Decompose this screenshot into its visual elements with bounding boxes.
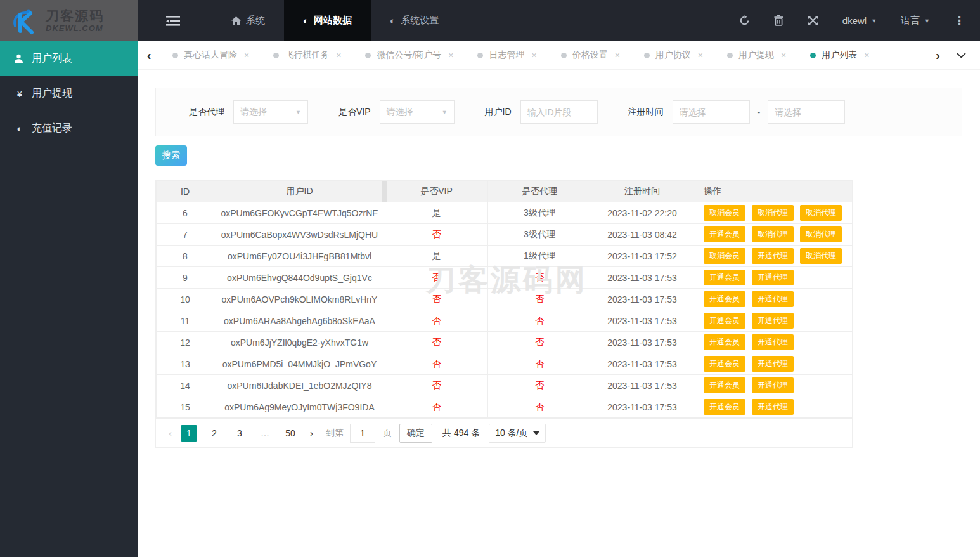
sidebar-item-label: 充值记录	[32, 122, 72, 135]
enable-member-button[interactable]: 开通会员	[704, 356, 745, 372]
tab-6[interactable]: 用户协议×	[632, 49, 715, 61]
cancel-agent-button[interactable]: 取消代理	[752, 205, 794, 221]
enable-member-button[interactable]: 开通会员	[704, 291, 745, 307]
cancel-agent-button[interactable]: 取消代理	[800, 205, 842, 221]
tab-4[interactable]: 日志管理×	[465, 49, 548, 61]
enable-agent-button[interactable]: 开通代理	[752, 313, 794, 329]
tabs-scroll-left-icon[interactable]: ‹	[138, 48, 160, 63]
confirm-page-button[interactable]: 确定	[399, 424, 432, 443]
filter-vip: 是否VIP 请选择 ▼	[338, 100, 455, 124]
enable-agent-button[interactable]: 开通代理	[752, 377, 794, 393]
regtime-start-input[interactable]	[673, 100, 750, 124]
fullscreen-icon[interactable]	[808, 15, 818, 26]
table-row: 11oxPUm6ARAa8AhgehAg6b8oSkEAaA否否2023-11-…	[157, 310, 853, 332]
menu-fold-icon[interactable]	[155, 0, 191, 41]
nav-item-2[interactable]: ◐网站数据	[284, 0, 371, 41]
cancel-agent-button[interactable]: 取消代理	[800, 226, 842, 242]
language-menu[interactable]: 语言 ▼	[901, 15, 930, 27]
tab-close-icon[interactable]: ×	[336, 50, 341, 60]
tab-1[interactable]: 真心话大冒险×	[160, 49, 261, 61]
prev-page-icon[interactable]: ‹	[169, 428, 172, 438]
tab-2[interactable]: 飞行棋任务×	[261, 49, 353, 61]
cell-actions: 开通会员开通代理	[693, 267, 853, 289]
filter-userid: 用户ID	[485, 100, 598, 124]
tab-3[interactable]: 微信公号/商户号×	[353, 49, 465, 61]
tab-close-icon[interactable]: ×	[615, 50, 620, 60]
enable-agent-button[interactable]: 开通代理	[752, 356, 794, 372]
enable-agent-button[interactable]: 开通代理	[752, 399, 794, 415]
column-resize-grip[interactable]	[382, 181, 387, 202]
tab-5[interactable]: 价格设置×	[549, 49, 632, 61]
cell-agent: 否	[488, 353, 591, 375]
cell-userid: oxPUm6Ey0ZOU4i3JHFgBB81Mtbvl	[214, 246, 385, 267]
cell-id: 9	[157, 267, 214, 289]
nav-item-1[interactable]: 系统	[212, 0, 284, 41]
sidebar-item-1[interactable]: 用户列表	[0, 41, 138, 76]
tab-7[interactable]: 用户提现×	[715, 49, 798, 61]
sidebar-item-2[interactable]: ¥用户提现	[0, 76, 138, 111]
filter-panel: 是否代理 请选择 ▼ 是否VIP 请选择 ▼ 用户ID	[155, 88, 962, 136]
enable-agent-button[interactable]: 开通代理	[752, 334, 794, 350]
cell-id: 13	[157, 353, 214, 375]
page-number[interactable]: 1	[181, 425, 197, 442]
cancel-agent-button[interactable]: 取消代理	[800, 248, 842, 264]
yen-icon: ¥	[14, 88, 25, 99]
sidebar-item-3[interactable]: ◐充值记录	[0, 111, 138, 146]
cell-id: 8	[157, 246, 214, 267]
search-button[interactable]: 搜索	[155, 145, 187, 166]
cell-regtime: 2023-11-03 17:53	[591, 396, 693, 418]
userid-input[interactable]	[520, 100, 598, 124]
enable-member-button[interactable]: 开通会员	[704, 270, 745, 285]
vip-select[interactable]: 请选择 ▼	[380, 100, 455, 124]
enable-member-button[interactable]: 开通会员	[704, 313, 745, 329]
user-menu[interactable]: dkewl ▼	[842, 15, 877, 26]
cell-agent: 否	[488, 375, 591, 396]
nav-item-3[interactable]: ◐系统设置	[371, 0, 458, 41]
trash-icon[interactable]	[774, 15, 783, 26]
page-size-select[interactable]: 10 条/页	[489, 424, 545, 443]
enable-member-button[interactable]: 开通会员	[704, 399, 745, 415]
tab-close-icon[interactable]: ×	[781, 50, 786, 60]
tab-status-dot	[273, 53, 279, 58]
cancel-member-button[interactable]: 取消会员	[704, 205, 745, 221]
page-number[interactable]: 50	[282, 425, 299, 442]
tab-close-icon[interactable]: ×	[531, 50, 536, 60]
cell-regtime: 2023-11-03 17:53	[591, 353, 693, 375]
more-options-icon[interactable]: ⋮	[954, 14, 965, 27]
top-nav: 系统◐网站数据◐系统设置	[212, 0, 458, 41]
tab-label: 微信公号/商户号	[377, 49, 441, 61]
tab-status-dot	[644, 53, 650, 58]
topbar-actions: dkewl ▼ 语言 ▼ ⋮	[739, 0, 980, 41]
enable-member-button[interactable]: 开通会员	[704, 226, 745, 242]
tab-close-icon[interactable]: ×	[864, 50, 869, 60]
next-page-icon[interactable]: ›	[310, 428, 313, 438]
enable-agent-button[interactable]: 开通代理	[752, 291, 794, 307]
goto-page-input[interactable]	[350, 424, 375, 443]
enable-member-button[interactable]: 开通会员	[704, 334, 745, 350]
enable-agent-button[interactable]: 开通代理	[752, 248, 794, 264]
enable-member-button[interactable]: 开通会员	[704, 377, 745, 393]
topbar: 系统◐网站数据◐系统设置	[138, 0, 980, 41]
cell-agent: 3级代理	[488, 202, 591, 224]
tab-close-icon[interactable]: ×	[698, 50, 703, 60]
cell-agent: 否	[488, 267, 591, 289]
agent-select[interactable]: 请选择 ▼	[233, 100, 308, 124]
tab-close-icon[interactable]: ×	[244, 50, 249, 60]
tabs-scroll-right-icon[interactable]: ›	[936, 48, 940, 63]
cell-vip: 否	[385, 353, 488, 375]
page-number[interactable]: 2	[206, 425, 222, 442]
cell-vip: 否	[385, 267, 488, 289]
page-number[interactable]: 3	[231, 425, 248, 442]
cell-userid: oxPUm6Ag9MeyOJyIm0TWj3FO9IDA	[214, 396, 385, 418]
table-header-row: ID 用户ID 是否VIP 是否代理 注册时间 操作	[157, 181, 853, 202]
half-circle-icon: ◐	[303, 15, 309, 26]
tab-8[interactable]: 用户列表×	[798, 49, 881, 61]
cancel-agent-button[interactable]: 取消代理	[752, 226, 794, 242]
tab-close-icon[interactable]: ×	[448, 50, 453, 60]
regtime-end-input[interactable]	[768, 100, 845, 124]
tabs-dropdown-icon[interactable]	[957, 53, 966, 58]
cancel-member-button[interactable]: 取消会员	[704, 248, 745, 264]
enable-agent-button[interactable]: 开通代理	[752, 270, 794, 285]
refresh-icon[interactable]	[739, 15, 750, 26]
vip-select-placeholder: 请选择	[387, 107, 413, 118]
